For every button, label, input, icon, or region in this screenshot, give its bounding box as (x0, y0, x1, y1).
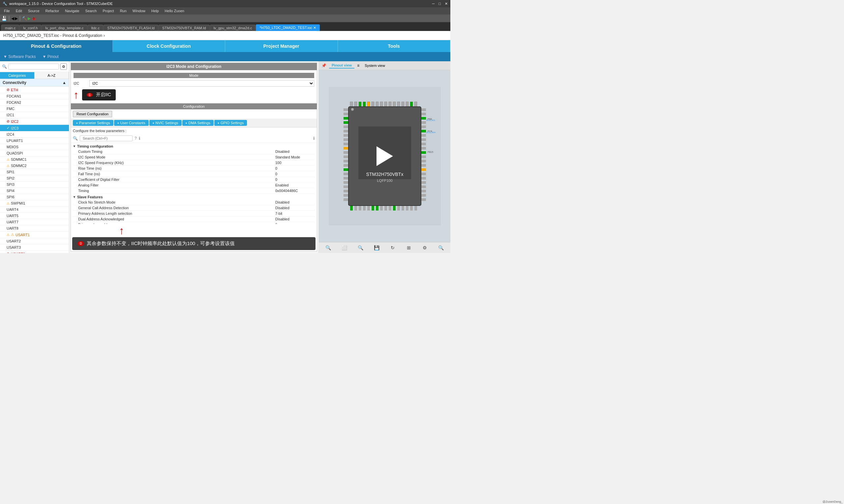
sidebar-item-mdios[interactable]: MDIOS (0, 144, 69, 150)
sidebar-item-swpmi1[interactable]: SWPMI1 (0, 200, 69, 206)
tab-dma-settings[interactable]: DMA Settings (182, 120, 214, 126)
sidebar-item-spi6[interactable]: SPI6 (0, 194, 69, 200)
chip-diagram: STM32H750VBTx LQFP100 (329, 87, 441, 225)
param-clock-no-stretch: Clock No Stretch Mode Disabled (73, 200, 315, 205)
sidebar-item-spi3[interactable]: SPI3 (0, 181, 69, 188)
i2c-mode-select[interactable]: I2C (89, 80, 314, 87)
sub-nav-software-packs[interactable]: ▼ Software Packs (3, 54, 36, 59)
toolbar-run[interactable]: ▶ (28, 16, 31, 21)
fit-view-button[interactable]: ⬜ (340, 244, 348, 252)
svg-rect-42 (344, 126, 348, 128)
param-search-input[interactable] (80, 136, 133, 141)
reset-configuration-button[interactable]: Reset Configuration (73, 111, 112, 117)
menu-source[interactable]: Source (25, 8, 42, 14)
sidebar-item-fdcan2[interactable]: FDCAN2 (0, 100, 69, 106)
settings-button[interactable]: ⚙ (421, 244, 429, 252)
toolbar-forward[interactable]: ▶ (15, 16, 18, 21)
section-slave-features[interactable]: Slave Features (73, 194, 315, 200)
tab-ioc[interactable]: *H750_LTDC_DMA2D_TEST.ioc ✕ (256, 24, 320, 31)
sidebar-item-eth[interactable]: ⊘ ETH (0, 87, 69, 93)
sidebar-item-usart3[interactable]: USART3 (0, 245, 69, 251)
section-timing-config[interactable]: Timing configuration (73, 143, 315, 149)
sidebar-item-usart6[interactable]: ⊘ USART6 (0, 251, 69, 253)
svg-rect-30 (384, 206, 387, 211)
tab-pinout-view[interactable]: Pinout view (329, 62, 355, 69)
menu-navigate[interactable]: Navigate (62, 8, 82, 14)
menu-edit[interactable]: Edit (13, 8, 25, 14)
sidebar-item-spi4[interactable]: SPI4 (0, 188, 69, 194)
nav-clock[interactable]: Clock Configuration (113, 40, 225, 52)
tab-dma2d[interactable]: lv_gpu_stm32_dma2d.c (210, 25, 256, 31)
nav-tools[interactable]: Tools (338, 40, 451, 52)
tab-lv-conf[interactable]: lv_conf.h (19, 25, 41, 31)
sidebar-item-i2c3[interactable]: ✓ I2C3 (0, 125, 69, 131)
svg-rect-32 (393, 206, 396, 211)
zoom-out-button[interactable]: 🔍 (356, 244, 364, 252)
i2c3-check-icon: ✓ (6, 126, 10, 130)
tab-lv-port[interactable]: lv_port_disp_template.c (41, 25, 87, 31)
menu-file[interactable]: File (1, 8, 13, 14)
gear-button[interactable]: ⚙ (60, 63, 67, 70)
nav-project[interactable]: Project Manager (225, 40, 338, 52)
sidebar-item-fmc[interactable]: FMC (0, 106, 69, 112)
rotate-button[interactable]: ↻ (389, 244, 397, 252)
tab-user-constants[interactable]: User Constants (114, 120, 149, 126)
sidebar-item-spi1[interactable]: SPI1 (0, 169, 69, 175)
toolbar-debug[interactable]: 🐞 (31, 16, 36, 21)
tab-main-c[interactable]: main.c (1, 25, 19, 31)
svg-rect-15 (389, 102, 391, 106)
toolbar-build[interactable]: 🔨 (22, 16, 27, 21)
toolbar-back[interactable]: ◀ (11, 16, 14, 21)
tab-parameter-settings[interactable]: Parameter Settings (73, 120, 114, 126)
menu-project[interactable]: Project (100, 8, 116, 14)
sidebar-item-lpuart1[interactable]: LPUART1 (0, 138, 69, 144)
help-icon-2[interactable]: ℹ (139, 136, 140, 141)
sidebar-item-spi2[interactable]: SPI2 (0, 175, 69, 181)
sidebar-item-quadspi[interactable]: QUADSPI (0, 150, 69, 157)
minimize-btn[interactable]: ─ (432, 2, 435, 6)
sidebar-item-uart8[interactable]: UART8 (0, 225, 69, 232)
menu-window[interactable]: Window (130, 8, 148, 14)
menu-refactor[interactable]: Refactor (43, 8, 62, 14)
menu-hello[interactable]: Hello Zuoen (162, 8, 187, 14)
tab-ram-ld[interactable]: STM32H750VBTX_RAM.ld (159, 25, 210, 31)
help-icon-1[interactable]: ? (135, 136, 137, 141)
menu-search[interactable]: Search (83, 8, 100, 14)
tab-flash-ld[interactable]: STM32H750VBTX_FLASH.ld (104, 25, 158, 31)
tab-system-view[interactable]: System view (362, 63, 388, 68)
menu-run[interactable]: Run (117, 8, 129, 14)
tab-ltdc[interactable]: ltdc.c (88, 25, 104, 31)
zoom-in-button[interactable]: 🔍 (324, 244, 332, 252)
sidebar-item-i2c2[interactable]: ⊘ I2C2 (0, 118, 69, 125)
sidebar-item-uart5[interactable]: UART5 (0, 213, 69, 219)
sidebar-item-sdmmc2[interactable]: SDMMC2 (0, 163, 69, 169)
sidebar-item-i2c4[interactable]: I2C4 (0, 131, 69, 138)
toolbar-save[interactable]: 💾 (1, 16, 7, 21)
tab-nvic-settings[interactable]: NVIC Settings (149, 120, 182, 126)
sidebar-tab-az[interactable]: A->Z (35, 72, 69, 79)
menu-help[interactable]: Help (149, 8, 161, 14)
sidebar-item-fdcan1[interactable]: FDCAN1 (0, 93, 69, 100)
sidebar-item-i2c3-label: I2C3 (11, 126, 18, 130)
sidebar-item-sdmmc1[interactable]: SDMMC1 (0, 157, 69, 163)
chip-canvas: STM32H750VBTx LQFP100 (319, 70, 450, 242)
sidebar-group-connectivity[interactable]: Connectivity ▲ (0, 79, 69, 87)
window-controls[interactable]: ─ □ ✕ (432, 2, 448, 6)
layout-button[interactable]: ⊞ (405, 244, 413, 252)
bottom-annotation: 其余参数保持不变，IIC时钟频率此处默认值为100，可参考设置该值 (72, 237, 315, 250)
sub-nav-pinout[interactable]: ▼ Pinout (42, 54, 59, 59)
search-chip-button[interactable]: 🔍 (437, 244, 445, 252)
sidebar-item-i2c1[interactable]: I2C1 (0, 112, 69, 118)
maximize-btn[interactable]: □ (438, 2, 441, 6)
nav-pinout[interactable]: Pinout & Configuration (0, 40, 113, 52)
tab-gpio-settings[interactable]: GPIO Settings (214, 120, 247, 126)
close-btn[interactable]: ✕ (445, 2, 448, 6)
search-input[interactable] (8, 64, 59, 70)
breadcrumb-arrow: › (104, 33, 105, 38)
sidebar-tab-categories[interactable]: Categories (0, 72, 35, 79)
export-button[interactable]: 💾 (373, 244, 380, 252)
sidebar-item-usart1[interactable]: ⚠ USART1 (0, 232, 69, 238)
sidebar-item-uart4[interactable]: UART4 (0, 206, 69, 213)
sidebar-item-usart2[interactable]: USART2 (0, 238, 69, 245)
sidebar-item-uart7[interactable]: UART7 (0, 219, 69, 225)
